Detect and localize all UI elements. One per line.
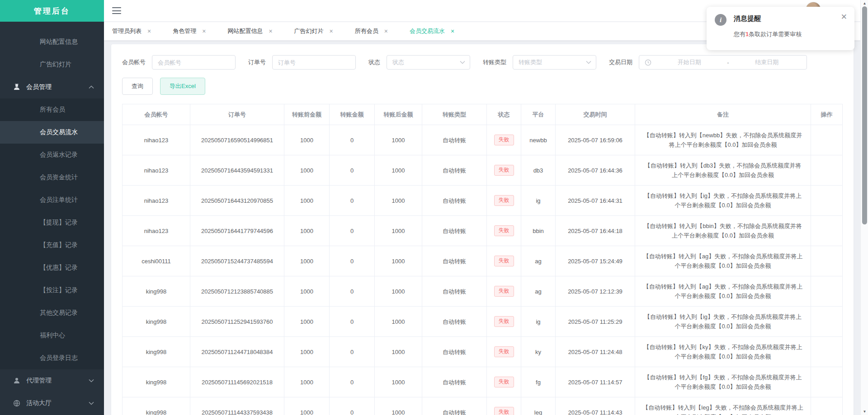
before-amount-cell: 1000 <box>284 337 330 367</box>
order-cell: 2025050716441779744596 <box>190 216 284 246</box>
tab[interactable]: 广告幻灯片× <box>294 27 333 35</box>
table-row: king9982025050711244718048384100001000自动… <box>123 337 843 367</box>
sidebar-subitem[interactable]: 福利中心 <box>0 324 104 347</box>
tab-close-icon[interactable]: × <box>147 28 151 34</box>
sidebar-group-label: 活动大厅 <box>26 399 52 407</box>
sidebar-subitem[interactable]: 所有会员 <box>0 98 104 121</box>
sidebar-group[interactable]: 代理管理 <box>0 369 104 392</box>
transfer-type-filter-select[interactable]: 转账类型 <box>513 55 596 70</box>
tab-close-icon[interactable]: × <box>202 28 206 34</box>
remark-cell: 【自动转账】转入到【leg】失败，不扣除会员系统额度并将上个平台剩余额度【0.0… <box>635 397 811 415</box>
order-filter-input[interactable] <box>272 55 356 70</box>
type-cell: 自动转账 <box>422 276 487 307</box>
sidebar-subitem[interactable]: 【提现】记录 <box>0 211 104 234</box>
sidebar-subitem[interactable]: 会员返水记录 <box>0 144 104 166</box>
order-cell: 2025050711244718048384 <box>190 337 284 367</box>
account-filter-input[interactable] <box>152 55 236 70</box>
column-header: 操作 <box>811 104 843 125</box>
time-cell: 2025-05-07 11:14:43 <box>556 397 635 415</box>
remark-cell: 【自动转账】转入到【bbin】失败，不扣除会员系统额度并将上个平台剩余额度【0.… <box>635 216 811 246</box>
platform-cell: ag <box>521 276 556 307</box>
scroll-down-arrow-icon[interactable]: ▼ <box>861 410 868 414</box>
account-cell: king998 <box>123 397 190 415</box>
sidebar-subitem[interactable]: 会员登录日志 <box>0 347 104 369</box>
table-row: ceshi00111202505071524473748559410000100… <box>123 246 843 276</box>
table-header-row: 会员帐号订单号转账前金额转账金额转账后金额转账类型状态平台交易时间备注操作 <box>123 104 843 125</box>
sidebar-subitem[interactable]: 会员资金统计 <box>0 166 104 189</box>
type-cell: 自动转账 <box>422 216 487 246</box>
date-filter-label: 交易日期 <box>609 58 632 66</box>
export-excel-button[interactable]: 导出Excel <box>160 78 205 95</box>
account-filter-label: 会员帐号 <box>122 58 146 66</box>
sidebar-subitem[interactable]: 【投注】记录 <box>0 279 104 302</box>
sidebar-group[interactable]: 活动大厅 <box>0 392 104 415</box>
account-cell: nihao123 <box>123 155 190 186</box>
sidebar-nav: 网站配置信息广告幻灯片会员管理所有会员会员交易流水会员返水记录会员资金统计会员注… <box>0 22 104 415</box>
filter-row: 会员帐号 订单号 状态 状态 转账类型 转账类型 交易日期 开始日期 - 结束日… <box>122 55 843 70</box>
agent-icon <box>13 377 21 385</box>
tab[interactable]: 会员交易流水× <box>410 27 454 35</box>
sidebar: 管理后台 3eym.com 赛易源码网 网站配置信息广告幻灯片会员管理所有会员会… <box>0 0 104 415</box>
query-button[interactable]: 查询 <box>122 78 153 95</box>
tab-close-icon[interactable]: × <box>384 28 388 34</box>
status-badge: 失败 <box>494 225 514 236</box>
remark-cell: 【自动转账】转入到【ag】失败，不扣除会员系统额度并将上个平台剩余额度【0.0】… <box>635 276 811 307</box>
tab-label: 广告幻灯片 <box>294 27 324 35</box>
tab-close-icon[interactable]: × <box>451 28 454 34</box>
sidebar-subitem[interactable]: 会员交易流水 <box>0 121 104 144</box>
order-cell: 2025050715244737485594 <box>190 246 284 276</box>
tab-close-icon[interactable]: × <box>330 28 333 34</box>
tab-close-icon[interactable]: × <box>269 28 272 34</box>
account-cell: ceshi00111 <box>123 246 190 276</box>
status-filter-select[interactable]: 状态 <box>387 55 470 70</box>
after-amount-cell: 1000 <box>375 246 422 276</box>
sidebar-subitem[interactable]: 【优惠】记录 <box>0 256 104 279</box>
sidebar-subitem[interactable]: 会员注单统计 <box>0 189 104 211</box>
sidebar-item[interactable]: 网站配置信息 <box>0 31 104 53</box>
tab[interactable]: 角色管理× <box>173 27 206 35</box>
account-cell: king998 <box>123 367 190 397</box>
date-range-picker[interactable]: 开始日期 - 结束日期 <box>639 55 807 70</box>
tab[interactable]: 所有会员× <box>355 27 388 35</box>
status-badge: 失败 <box>494 195 514 206</box>
before-amount-cell: 1000 <box>284 397 330 415</box>
amount-cell: 0 <box>330 216 375 246</box>
tab[interactable]: 管理员列表× <box>112 27 151 35</box>
account-cell: king998 <box>123 307 190 337</box>
type-cell: 自动转账 <box>422 337 487 367</box>
tab[interactable]: 网站配置信息× <box>227 27 272 35</box>
sidebar-group[interactable]: 会员管理 <box>0 76 104 98</box>
remark-cell: 【自动转账】转入到【newbb】失败，不扣除会员系统额度并将上个平台剩余额度【0… <box>635 125 811 155</box>
chevron-up-icon <box>89 85 94 89</box>
sidebar-subitem[interactable]: 其他交易记录 <box>0 302 104 324</box>
scroll-up-arrow-icon[interactable]: ▲ <box>861 1 868 5</box>
table-row: nihao1232025050716441779744596100001000自… <box>123 216 843 246</box>
before-amount-cell: 1000 <box>284 125 330 155</box>
sidebar-item[interactable]: 广告幻灯片 <box>0 53 104 76</box>
amount-cell: 0 <box>330 155 375 186</box>
status-badge: 失败 <box>494 135 514 145</box>
notification-message: 您有1条取款订单需要审核 <box>734 30 846 38</box>
scrollbar-thumb[interactable] <box>862 6 867 224</box>
amount-cell: 0 <box>330 397 375 415</box>
operation-cell <box>811 307 843 337</box>
hamburger-icon[interactable] <box>112 7 121 14</box>
activity-icon <box>13 399 21 407</box>
table-row: king9982025050711144337593438100001000自动… <box>123 397 843 415</box>
table-row: king9982025050711252941593760100001000自动… <box>123 307 843 337</box>
status-filter-placeholder: 状态 <box>392 58 404 66</box>
operation-cell <box>811 155 843 186</box>
type-cell: 自动转账 <box>422 186 487 216</box>
status-cell: 失败 <box>487 276 521 307</box>
platform-cell: fg <box>521 367 556 397</box>
type-cell: 自动转账 <box>422 367 487 397</box>
tab-label: 会员交易流水 <box>410 27 445 35</box>
account-cell: nihao123 <box>123 125 190 155</box>
type-cell: 自动转账 <box>422 125 487 155</box>
time-cell: 2025-05-07 16:44:18 <box>556 216 635 246</box>
type-cell: 自动转账 <box>422 397 487 415</box>
table-row: king9982025050711145692021518100001000自动… <box>123 367 843 397</box>
close-icon[interactable]: ✕ <box>841 13 847 21</box>
after-amount-cell: 1000 <box>375 307 422 337</box>
sidebar-subitem[interactable]: 【充值】记录 <box>0 234 104 256</box>
